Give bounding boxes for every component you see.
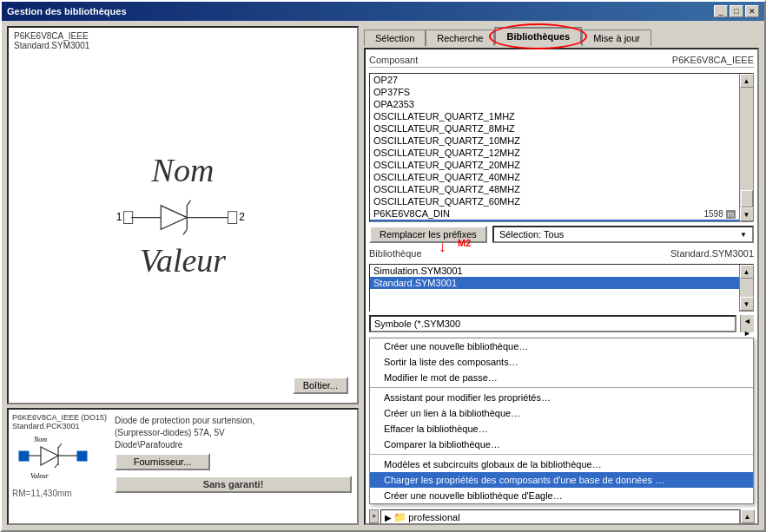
context-menu-item-assistant[interactable]: Assistant pour modifier les propriétés… <box>370 390 753 405</box>
list-item[interactable]: OSCILLATEUR_QUARTZ_40MHZ <box>370 171 739 183</box>
svg-text:1: 1 <box>116 211 122 223</box>
context-menu-item-models[interactable]: Modèles et subcircuits globaux de la bib… <box>370 456 753 472</box>
list-item[interactable]: OSCILLATEUR_QUARTZ_10MHZ <box>370 135 739 147</box>
scroll-thumb[interactable] <box>741 190 753 207</box>
library-list-container: Simulation.SYM3001 Standard.SYM3001 ▲ ▼ <box>369 264 754 312</box>
component-list-container: OP27 OP37FS OPA2353 OSCILLATEUR_QUARTZ_1… <box>369 73 754 222</box>
context-menu-item-load-db[interactable]: Charger les propriétés des composants d'… <box>370 472 753 488</box>
component-list: OP27 OP37FS OPA2353 OSCILLATEUR_QUARTZ_1… <box>370 74 739 221</box>
scroll-down-button[interactable]: ▼ <box>740 207 754 221</box>
selection-label: Sélection: Tous <box>499 229 564 240</box>
svg-text:Nom: Nom <box>33 436 47 443</box>
svg-rect-11 <box>77 451 87 461</box>
list-item[interactable]: OSCILLATEUR_QUARTZ_12MHZ <box>370 147 739 159</box>
list-item[interactable]: OSCILLATEUR_QUARTZ_48MHZ <box>370 183 739 195</box>
list-item[interactable]: OP37FS <box>370 86 739 98</box>
bottom-left: P6KE6V8CA_IEEE (DO15) Standard.PCK3001 <box>12 413 108 520</box>
mini-diode-symbol: Nom Valeur <box>15 435 93 483</box>
context-menu-item-list-comp[interactable]: Sortir la liste des composants… <box>370 354 753 370</box>
tree-item[interactable]: ▶ 📁 professional <box>381 510 739 524</box>
svg-text:Valeur: Valeur <box>30 472 50 480</box>
svg-marker-2 <box>161 206 187 229</box>
symbole-scroll-left[interactable]: ◄ <box>742 315 753 327</box>
preview-box: P6KE6V8CA_IEEE Standard.SYM3001 Nom 1 <box>7 26 359 404</box>
library-header-right: Standard.SYM3001 <box>670 248 754 259</box>
prefix-row: Remplacer les préfixes Sélection: Tous ▼ <box>369 226 754 243</box>
tab-mise-a-jour[interactable]: Mise à jour <box>582 30 651 46</box>
list-item[interactable]: OSCILLATEUR_QUARTZ_20MHZ <box>370 159 739 171</box>
list-item[interactable]: OSCILLATEUR_QUARTZ_1MHZ <box>370 110 739 122</box>
lib-scroll-down[interactable]: ▼ <box>740 297 754 311</box>
component-header-right: P6KE6V8CA_IEEE <box>672 55 754 65</box>
fournisseur-button[interactable]: Fournisseur... <box>115 453 210 470</box>
minimize-button[interactable]: _ <box>714 5 728 17</box>
svg-line-4 <box>187 200 190 206</box>
library-list: Simulation.SYM3001 Standard.SYM3001 <box>370 265 739 312</box>
arrow-down-icon: ↓ <box>439 238 446 256</box>
title-bar: Gestion des bibliothèques _ □ ✕ <box>2 2 764 21</box>
boitier-button[interactable]: Boîtier... <box>293 377 348 394</box>
library-item[interactable]: Simulation.SYM3001 <box>370 265 739 277</box>
context-menu-item-new-lib[interactable]: Créer une nouvelle bibliothèque… <box>370 338 753 354</box>
context-menu-item-password[interactable]: Modifier le mot de passe… <box>370 370 753 385</box>
m2-label: M2 <box>458 238 471 248</box>
nom-label: Nom <box>152 151 215 189</box>
tab-bibliotheques[interactable]: Bibliothèques <box>494 27 582 46</box>
part-label: P6KE6V8CA_IEEE (DO15) Standard.PCK3001 <box>12 413 108 430</box>
component-header: Composant P6KE6V8CA_IEEE <box>369 53 754 68</box>
tree-expand-btn[interactable]: + <box>369 509 379 523</box>
sans-garanti: Sans garanti! <box>115 476 352 493</box>
svg-line-15 <box>58 443 62 448</box>
svg-line-16 <box>55 463 58 468</box>
scroll-up-button[interactable]: ▲ <box>740 74 754 88</box>
context-menu-item-eagle[interactable]: Créer une nouvelle bibliothèque d'Eagle… <box>370 488 753 503</box>
left-panel: P6KE6V8CA_IEEE Standard.SYM3001 Nom 1 <box>7 26 359 525</box>
list-item[interactable]: OPA2353 <box>370 98 739 110</box>
tree-item[interactable]: 📁 libs <box>381 524 739 525</box>
main-window: Gestion des bibliothèques _ □ ✕ P6KE6V8C… <box>0 0 766 532</box>
tabs: Sélection Recherche Bibliothèques Mise à… <box>364 26 759 45</box>
bottom-info-panel: P6KE6V8CA_IEEE (DO15) Standard.PCK3001 <box>7 408 359 525</box>
list-item-selected[interactable]: P6KE6V8CA_IEEE <box>370 220 739 221</box>
selection-dropdown-arrow: ▼ <box>740 231 747 239</box>
preview-label: P6KE6V8CA_IEEE Standard.SYM3001 <box>14 31 89 50</box>
context-menu-item-compare[interactable]: Comparer la bibliothèque… <box>370 437 753 452</box>
window-title: Gestion des bibliothèques <box>7 6 127 16</box>
context-menu-item-link[interactable]: Créer un lien à la bibliothèque… <box>370 405 753 421</box>
svg-rect-10 <box>19 451 29 461</box>
tab-selection[interactable]: Sélection <box>364 30 426 46</box>
svg-rect-8 <box>228 212 236 224</box>
library-item-selected[interactable]: Standard.SYM3001 <box>370 277 739 289</box>
list-item[interactable]: OP27 <box>370 74 739 86</box>
symbole-input[interactable] <box>369 315 736 332</box>
tab-recherche[interactable]: Recherche <box>426 30 494 46</box>
selection-dropdown[interactable]: Sélection: Tous ▼ <box>492 226 754 243</box>
context-menu-separator <box>370 387 753 388</box>
component-header-left: Composant <box>369 55 418 65</box>
close-button[interactable]: ✕ <box>745 5 759 17</box>
tree-scrollbar: ▲ ▼ <box>740 509 754 525</box>
library-section: Bibliothèque Standard.SYM3001 ↓ M2 Simul… <box>369 246 754 312</box>
right-panel-wrapper: Sélection Recherche Bibliothèques Mise à… <box>364 26 759 525</box>
context-menu: Créer une nouvelle bibliothèque… Sortir … <box>369 338 754 504</box>
bottom-right: Diode de protection pour surtension, (Su… <box>113 413 353 520</box>
maximize-button[interactable]: □ <box>730 5 743 17</box>
diode-symbol: 1 2 <box>105 189 261 241</box>
context-menu-separator2 <box>370 454 753 455</box>
lib-scroll-up[interactable]: ▲ <box>740 265 754 279</box>
window-content: P6KE6V8CA_IEEE Standard.SYM3001 Nom 1 <box>2 21 764 530</box>
tree-expand-professional[interactable]: ▶ <box>385 513 392 522</box>
list-item[interactable]: OSCILLATEUR_QUARTZ_60MHZ <box>370 195 739 207</box>
folder-icon: 📁 <box>393 511 406 523</box>
tree-scroll-up[interactable]: ▲ <box>741 509 755 523</box>
context-menu-item-delete[interactable]: Effacer la bibliothèque… <box>370 421 753 437</box>
svg-text:2: 2 <box>239 211 245 223</box>
description: Diode de protection pour surtension, (Su… <box>115 415 352 451</box>
rm-text: RM=11,430mm <box>12 489 108 498</box>
mini-schematic: Nom Valeur <box>12 430 95 487</box>
schematic-area: Nom 1 <box>9 28 357 403</box>
list-item[interactable]: OSCILLATEUR_QUARTZ_8MHZ <box>370 122 739 135</box>
title-bar-buttons: _ □ ✕ <box>714 5 759 17</box>
list-item[interactable]: P6KE6V8CA_DIN 1598 m <box>370 207 739 220</box>
library-header: Bibliothèque Standard.SYM3001 <box>369 246 754 260</box>
